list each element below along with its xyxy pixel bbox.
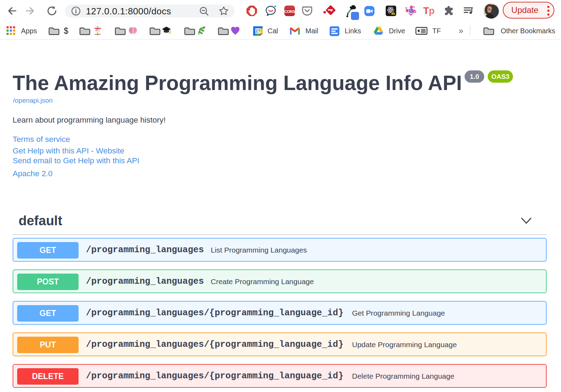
svg-text:27: 27	[256, 29, 261, 34]
svg-text:CORS: CORS	[284, 9, 295, 14]
svg-text:T: T	[423, 6, 429, 16]
svg-text:p: p	[429, 6, 435, 16]
